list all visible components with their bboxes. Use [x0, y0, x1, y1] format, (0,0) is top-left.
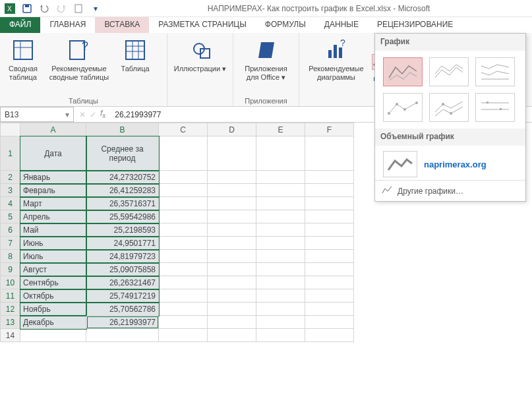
recommended-charts-button[interactable]: ? Рекомендуемые диаграммы	[303, 34, 369, 82]
col-header-B[interactable]: B	[86, 123, 159, 136]
group-label-tables: Таблицы	[4, 97, 163, 106]
svg-text:?: ?	[340, 40, 345, 48]
enter-formula-icon[interactable]: ✓	[90, 110, 96, 119]
qat-more-icon[interactable]: ▾	[88, 1, 103, 16]
cell-B5[interactable]: 25,59542986	[86, 210, 159, 223]
cell-A5[interactable]: Апрель	[20, 210, 86, 223]
row-header[interactable]: 7	[1, 237, 20, 250]
col-header-E[interactable]: E	[256, 123, 305, 136]
name-box-value: B13	[5, 110, 18, 119]
fx-icon[interactable]: fx	[100, 109, 105, 119]
office-apps-button[interactable]: Приложения для Office ▾	[237, 34, 295, 82]
recommended-pivot-icon: ?	[67, 38, 91, 62]
svg-point-40	[403, 108, 406, 111]
ribbon-tabs: ФАЙЛ ГЛАВНАЯ ВСТАВКА РАЗМЕТКА СТРАНИЦЫ Ф…	[0, 17, 532, 33]
svg-point-42	[442, 103, 444, 105]
ribbon: Сводная таблица ? Рекомендуемые сводные …	[0, 33, 532, 107]
select-all-corner[interactable]	[1, 123, 20, 136]
cell-B11[interactable]: 25,74917219	[86, 289, 159, 303]
table-label: Таблица	[121, 65, 149, 73]
illustrations-button[interactable]: Иллюстрации ▾	[171, 34, 229, 73]
save-icon[interactable]	[20, 1, 34, 16]
cell-A3[interactable]: Февраль	[20, 184, 86, 197]
svg-marker-17	[258, 42, 274, 58]
row-header[interactable]: 14	[1, 329, 20, 342]
col-header-F[interactable]: F	[305, 123, 354, 136]
svg-rect-19	[334, 45, 337, 58]
chart-type-3d-line[interactable]	[383, 151, 417, 177]
svg-rect-10	[126, 41, 144, 59]
row-header[interactable]: 12	[1, 303, 20, 316]
row-header[interactable]: 9	[1, 263, 20, 276]
cancel-formula-icon[interactable]: ✕	[79, 110, 86, 119]
tab-home[interactable]: ГЛАВНАЯ	[40, 17, 95, 33]
row-header[interactable]: 10	[1, 276, 20, 289]
row-header[interactable]: 3	[1, 184, 20, 197]
row-header[interactable]: 13	[1, 316, 20, 329]
cell-A9[interactable]: Август	[20, 263, 86, 276]
tab-layout[interactable]: РАЗМЕТКА СТРАНИЦЫ	[149, 17, 256, 33]
cell-B1[interactable]: Среднее за период	[86, 136, 159, 171]
more-line-charts[interactable]: Другие графики…	[375, 180, 525, 201]
chart-type-line[interactable]	[383, 57, 423, 86]
svg-text:?: ?	[82, 40, 88, 53]
chart-type-100pct-line-markers[interactable]	[475, 93, 515, 122]
row-header[interactable]: 4	[1, 197, 20, 210]
row-header[interactable]: 1	[1, 136, 20, 171]
watermark-text: naprimerax.org	[424, 160, 487, 169]
cell-B6[interactable]: 25,2198593	[86, 223, 159, 237]
col-header-C[interactable]: C	[159, 123, 208, 136]
worksheet-grid[interactable]: A B C D E F 1 Дата Среднее за период 2Ян…	[0, 123, 354, 342]
excel-logo-icon[interactable]: X	[3, 1, 17, 16]
row-header[interactable]: 5	[1, 210, 20, 223]
redo-icon[interactable]	[54, 1, 69, 16]
col-header-A[interactable]: A	[20, 123, 86, 136]
cell-B7[interactable]: 24,9501771	[86, 237, 159, 250]
row-header[interactable]: 8	[1, 250, 20, 263]
chart-type-stacked-line[interactable]	[429, 57, 469, 86]
cell-B13[interactable]: 26,21993977	[86, 316, 159, 329]
cell-A4[interactable]: Март	[20, 197, 86, 210]
cell-A6[interactable]: Май	[20, 223, 86, 237]
svg-point-38	[388, 112, 390, 115]
tab-review[interactable]: РЕЦЕНЗИРОВАНИЕ	[368, 17, 462, 33]
row-header[interactable]: 2	[1, 171, 20, 184]
undo-icon[interactable]	[37, 1, 51, 16]
name-box[interactable]: B13 ▾	[0, 107, 74, 122]
cell-B10[interactable]: 26,26321467	[86, 276, 159, 289]
cell-B12[interactable]: 25,70562786	[86, 303, 159, 316]
recommended-pivot-button[interactable]: ? Рекомендуемые сводные таблицы	[45, 34, 113, 82]
chart-type-stacked-line-markers[interactable]	[429, 93, 469, 122]
cell-B2[interactable]: 24,27320752	[86, 171, 159, 184]
cell-A13[interactable]: Декабрь	[20, 316, 86, 329]
cell-B3[interactable]: 26,41259283	[86, 184, 159, 197]
cell-A2[interactable]: Январь	[20, 171, 86, 184]
cell-A8[interactable]: Июль	[20, 250, 86, 263]
pivot-table-button[interactable]: Сводная таблица	[4, 34, 42, 82]
cell-B9[interactable]: 25,09075858	[86, 263, 159, 276]
cell-A10[interactable]: Сентябрь	[20, 276, 86, 289]
svg-rect-44	[487, 102, 488, 103]
tab-file[interactable]: ФАЙЛ	[0, 17, 40, 33]
office-apps-label: Приложения для Office ▾	[245, 65, 287, 82]
col-header-D[interactable]: D	[208, 123, 256, 136]
name-box-dropdown-icon[interactable]: ▾	[65, 110, 69, 119]
tab-formulas[interactable]: ФОРМУЛЫ	[256, 17, 315, 33]
window-title: НАПРИМЕРАХ- Как построить график в Excel…	[105, 4, 532, 13]
chart-type-100pct-line[interactable]	[475, 57, 515, 86]
cell-A7[interactable]: Июнь	[20, 237, 86, 250]
row-header[interactable]: 11	[1, 289, 20, 303]
chart-type-line-markers[interactable]	[383, 93, 423, 122]
cell-A1[interactable]: Дата	[20, 136, 86, 171]
new-doc-icon[interactable]	[71, 1, 86, 16]
line-chart-dropdown: График Объемный график naprimerax.org Др…	[374, 33, 526, 202]
table-button[interactable]: Таблица	[116, 34, 154, 73]
cell-A12[interactable]: Ноябрь	[20, 303, 86, 316]
cell-A11[interactable]: Октябрь	[20, 289, 86, 303]
cell-B8[interactable]: 24,81979723	[86, 250, 159, 263]
tab-data[interactable]: ДАННЫЕ	[315, 17, 368, 33]
tab-insert[interactable]: ВСТАВКА	[95, 17, 149, 33]
row-header[interactable]: 6	[1, 223, 20, 237]
cell-B4[interactable]: 26,35716371	[86, 197, 159, 210]
svg-rect-3	[25, 5, 29, 7]
